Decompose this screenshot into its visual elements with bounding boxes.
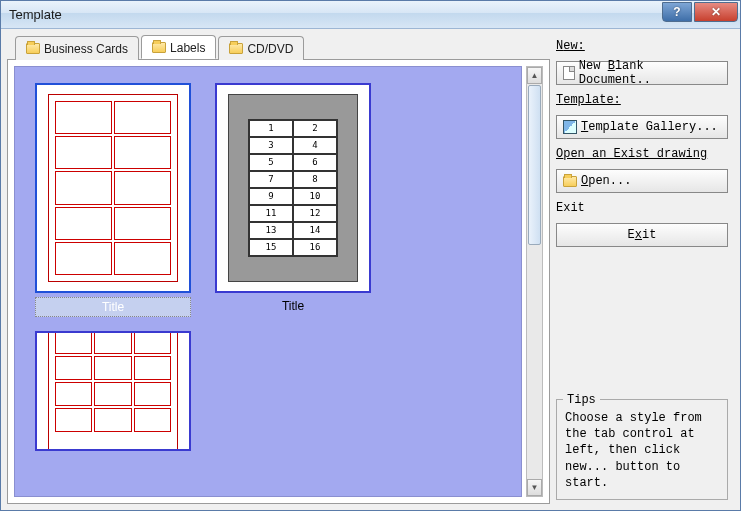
tab-strip: Business Cards Labels CD/DVD	[7, 35, 550, 59]
folder-icon	[229, 43, 243, 54]
open-section-label: Open an Exist drawing	[556, 147, 728, 161]
template-gallery-button[interactable]: Template Gallery...	[556, 115, 728, 139]
folder-open-icon	[563, 176, 577, 187]
template-thumbnail: 12 34 56 78 910 1112 1314 1516	[215, 83, 371, 293]
exit-button[interactable]: Exit	[556, 223, 728, 247]
template-title: Title	[35, 297, 191, 317]
right-pane: New: New Blank Document.. Template: Temp…	[554, 35, 734, 504]
template-title: Title	[215, 297, 371, 315]
scroll-up-button[interactable]: ▲	[527, 67, 542, 84]
tips-groupbox: Tips Choose a style from the tab control…	[556, 399, 728, 500]
vertical-scrollbar[interactable]: ▲ ▼	[526, 66, 543, 497]
window-title: Template	[9, 7, 62, 22]
exit-section-label: Exit	[556, 201, 728, 215]
template-section-label: Template:	[556, 93, 728, 107]
new-section-label: New:	[556, 39, 728, 53]
folder-icon	[26, 43, 40, 54]
tab-label: Labels	[170, 41, 205, 55]
template-item[interactable]	[35, 331, 191, 451]
scroll-thumb[interactable]	[528, 85, 541, 245]
template-gallery: Title 12 34 56 78 910 11	[14, 66, 522, 497]
scroll-down-button[interactable]: ▼	[527, 479, 542, 496]
folder-icon	[152, 42, 166, 53]
tab-label: Business Cards	[44, 42, 128, 56]
tab-labels[interactable]: Labels	[141, 35, 216, 59]
open-button[interactable]: Open...	[556, 169, 728, 193]
tab-label: CD/DVD	[247, 42, 293, 56]
close-button[interactable]: ✕	[694, 2, 738, 22]
gallery-icon	[563, 120, 577, 134]
left-pane: Business Cards Labels CD/DVD	[7, 35, 550, 504]
document-icon	[563, 66, 575, 80]
tab-business-cards[interactable]: Business Cards	[15, 36, 139, 60]
new-blank-document-button[interactable]: New Blank Document..	[556, 61, 728, 85]
template-thumbnail	[35, 83, 191, 293]
template-thumbnail	[35, 331, 191, 451]
client-area: Business Cards Labels CD/DVD	[1, 29, 740, 510]
template-dialog: Template ? ✕ Business Cards Labels CD/DV…	[0, 0, 741, 511]
tips-legend: Tips	[563, 392, 600, 408]
tips-text: Choose a style from the tab control at l…	[565, 410, 719, 491]
tab-panel: Title 12 34 56 78 910 11	[7, 59, 550, 504]
tab-cddvd[interactable]: CD/DVD	[218, 36, 304, 60]
help-button[interactable]: ?	[662, 2, 692, 22]
titlebar: Template ? ✕	[1, 1, 740, 29]
template-item[interactable]: 12 34 56 78 910 1112 1314 1516	[215, 83, 371, 317]
template-item[interactable]: Title	[35, 83, 191, 317]
